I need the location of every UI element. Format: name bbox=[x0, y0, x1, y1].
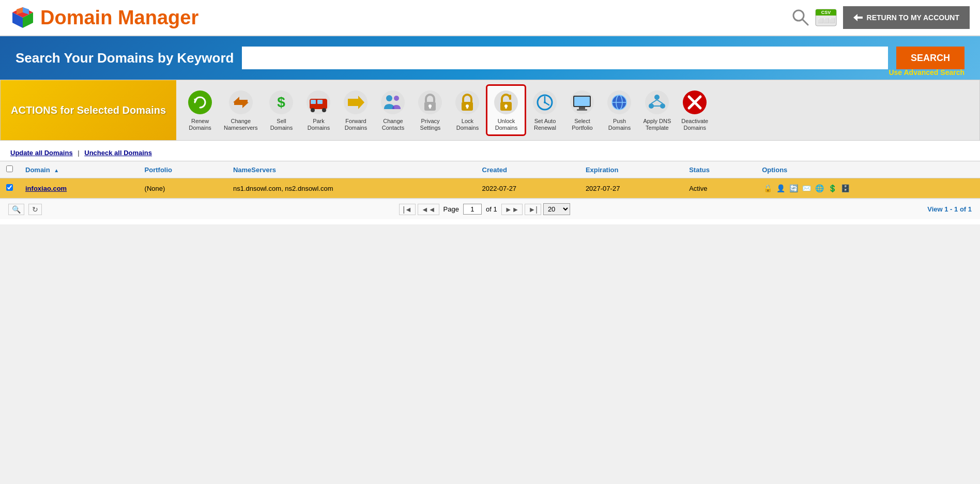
next-page-btn[interactable]: ►► bbox=[501, 204, 523, 215]
action-deactivate[interactable]: DeactivateDomains bbox=[676, 86, 713, 134]
unlock-icon bbox=[493, 89, 519, 116]
col-options: Options bbox=[756, 161, 980, 178]
action-auto-renewal[interactable]: Set AutoRenewal bbox=[526, 86, 563, 134]
select-all-checkbox[interactable] bbox=[6, 165, 13, 172]
row-expiration: 2027-07-27 bbox=[579, 178, 683, 199]
row-status: Active bbox=[683, 178, 756, 199]
table-row: infoxiao.com (None) ns1.dnsowl.com, ns2.… bbox=[0, 178, 980, 199]
lock-label: LockDomains bbox=[456, 118, 479, 131]
per-page-select[interactable]: 20 50 100 bbox=[543, 203, 570, 215]
table-links: Update all Domains | Uncheck all Domains bbox=[0, 146, 980, 161]
svg-text:CSV: CSV bbox=[821, 10, 831, 15]
push-icon bbox=[606, 89, 633, 116]
opt-contact-icon[interactable]: 👤 bbox=[775, 183, 786, 194]
col-nameservers[interactable]: NameServers bbox=[227, 161, 476, 178]
arrow-left-icon bbox=[853, 14, 863, 21]
domain-link[interactable]: infoxiao.com bbox=[25, 185, 67, 192]
action-dns[interactable]: Apply DNSTemplate bbox=[638, 86, 676, 134]
logo-area: Domain Manager bbox=[10, 5, 198, 30]
action-unlock[interactable]: UnlockDomains bbox=[486, 84, 526, 136]
svg-marker-13 bbox=[853, 14, 863, 21]
magnifier-button[interactable] bbox=[791, 8, 809, 27]
col-created[interactable]: Created bbox=[476, 161, 579, 178]
unlock-label: UnlockDomains bbox=[495, 118, 517, 131]
actions-label: ACTIONS for Selected Domains bbox=[1, 80, 176, 140]
table-area: Update all Domains | Uncheck all Domains… bbox=[0, 141, 980, 224]
first-page-btn[interactable]: |◄ bbox=[399, 204, 416, 215]
pagination-center: |◄ ◄◄ Page of 1 ►► ►| 20 50 100 bbox=[399, 203, 570, 215]
page-header: Domain Manager CSV ⬜⬜⬜ RETURN TO MY ACCO… bbox=[0, 0, 980, 36]
dns-label: Apply DNSTemplate bbox=[643, 118, 671, 131]
row-nameservers: ns1.dnsowl.com, ns2.dnsowl.com bbox=[227, 178, 476, 199]
opt-web-icon[interactable]: 🌐 bbox=[814, 183, 825, 194]
svg-point-14 bbox=[188, 90, 212, 114]
row-portfolio: (None) bbox=[139, 178, 227, 199]
svg-point-31 bbox=[394, 96, 399, 101]
col-status[interactable]: Status bbox=[683, 161, 756, 178]
advanced-search-link[interactable]: Use Advanced Search bbox=[889, 68, 964, 77]
action-renew[interactable]: RenewDomains bbox=[181, 86, 219, 134]
svg-rect-24 bbox=[317, 100, 323, 104]
svg-rect-43 bbox=[506, 106, 507, 109]
action-portfolio[interactable]: SelectPortfolio bbox=[563, 86, 601, 134]
opt-db-icon[interactable]: 🗄️ bbox=[839, 183, 851, 194]
opt-renew-icon[interactable]: 🔄 bbox=[788, 183, 799, 194]
actions-bar: ACTIONS for Selected Domains RenewDomain… bbox=[0, 80, 980, 141]
prev-page-btn[interactable]: ◄◄ bbox=[418, 204, 439, 215]
svg-point-60 bbox=[654, 95, 660, 100]
return-to-account-button[interactable]: RETURN TO MY ACCOUNT bbox=[843, 6, 970, 29]
action-change-ns[interactable]: ChangeNameservers bbox=[219, 86, 263, 134]
opt-sell-icon[interactable]: 💲 bbox=[826, 183, 838, 194]
header-checkbox-cell bbox=[0, 161, 19, 178]
uncheck-all-link[interactable]: Uncheck all Domains bbox=[84, 149, 152, 157]
svg-line-7 bbox=[803, 20, 808, 25]
action-sell[interactable]: $ SellDomains bbox=[263, 86, 300, 134]
pagination: 🔍 ↻ |◄ ◄◄ Page of 1 ►► ►| 20 50 100 View… bbox=[0, 199, 980, 219]
svg-rect-23 bbox=[311, 100, 316, 104]
actions-label-text: ACTIONS for Selected Domains bbox=[11, 103, 166, 117]
row-checkbox-cell bbox=[0, 178, 19, 199]
action-push[interactable]: PushDomains bbox=[601, 86, 638, 134]
privacy-icon bbox=[417, 89, 443, 116]
magnifier-icon bbox=[791, 8, 809, 26]
page-number-input[interactable] bbox=[463, 204, 482, 215]
change-ns-icon bbox=[227, 89, 254, 116]
table-body: infoxiao.com (None) ns1.dnsowl.com, ns2.… bbox=[0, 178, 980, 199]
svg-point-25 bbox=[311, 108, 315, 112]
logo-icon bbox=[10, 5, 35, 30]
row-checkbox[interactable] bbox=[6, 184, 13, 191]
forward-icon bbox=[342, 89, 369, 116]
action-change-contacts[interactable]: ChangeContacts bbox=[374, 86, 411, 134]
col-expiration[interactable]: Expiration bbox=[579, 161, 683, 178]
auto-renewal-label: Set AutoRenewal bbox=[534, 118, 556, 131]
last-page-btn[interactable]: ►| bbox=[525, 204, 541, 215]
push-label: PushDomains bbox=[608, 118, 631, 131]
svg-rect-53 bbox=[577, 109, 587, 111]
svg-text:$: $ bbox=[278, 94, 286, 110]
deactivate-icon bbox=[681, 89, 708, 116]
table-header: Domain ▲ Portfolio NameServers Created E… bbox=[0, 161, 980, 178]
csv-export-button[interactable]: CSV ⬜⬜⬜ bbox=[815, 9, 837, 26]
search-button[interactable]: SEARCH bbox=[896, 47, 964, 69]
search-input[interactable] bbox=[242, 47, 888, 69]
row-created: 2022-07-27 bbox=[476, 178, 579, 199]
opt-email-icon[interactable]: ✉️ bbox=[801, 183, 812, 194]
refresh-pagination-icon[interactable]: ↻ bbox=[28, 204, 42, 215]
action-forward[interactable]: ForwardDomains bbox=[337, 86, 374, 134]
svg-rect-52 bbox=[579, 107, 585, 109]
sort-arrow: ▲ bbox=[54, 168, 59, 173]
action-lock[interactable]: LockDomains bbox=[449, 86, 486, 134]
action-privacy[interactable]: PrivacySettings bbox=[411, 86, 449, 134]
search-bar: Search Your Domains by Keyword SEARCH Us… bbox=[0, 36, 980, 80]
pagination-right: View 1 - 1 of 1 bbox=[927, 205, 972, 213]
col-portfolio[interactable]: Portfolio bbox=[139, 161, 227, 178]
svg-point-30 bbox=[386, 95, 392, 101]
dns-icon bbox=[644, 89, 670, 116]
update-all-link[interactable]: Update all Domains bbox=[10, 149, 73, 157]
actions-items: RenewDomains ChangeNameservers $ SellD bbox=[176, 80, 718, 140]
opt-lock-icon[interactable]: 🔒 bbox=[762, 183, 773, 194]
page-label: Page bbox=[443, 205, 459, 213]
col-domain[interactable]: Domain ▲ bbox=[19, 161, 139, 178]
search-pagination-icon[interactable]: 🔍 bbox=[8, 204, 24, 215]
action-park[interactable]: ParkDomains bbox=[300, 86, 337, 134]
